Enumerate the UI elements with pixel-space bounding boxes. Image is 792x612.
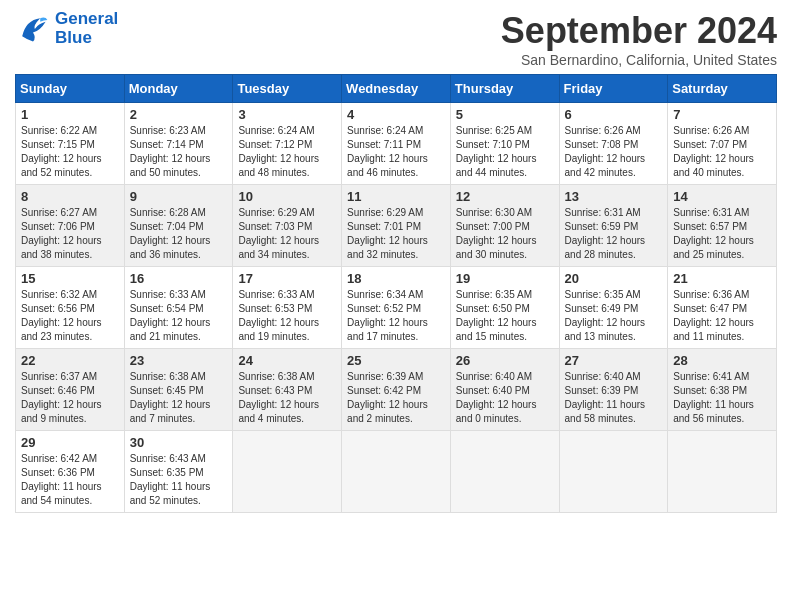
calendar-cell: 26Sunrise: 6:40 AMSunset: 6:40 PMDayligh…	[450, 349, 559, 431]
page-title: September 2024	[501, 10, 777, 52]
day-info: Sunrise: 6:35 AMSunset: 6:50 PMDaylight:…	[456, 288, 554, 344]
calendar-table: SundayMondayTuesdayWednesdayThursdayFrid…	[15, 74, 777, 513]
day-number: 9	[130, 189, 228, 204]
calendar-cell: 16Sunrise: 6:33 AMSunset: 6:54 PMDayligh…	[124, 267, 233, 349]
calendar-cell: 19Sunrise: 6:35 AMSunset: 6:50 PMDayligh…	[450, 267, 559, 349]
day-info: Sunrise: 6:29 AMSunset: 7:01 PMDaylight:…	[347, 206, 445, 262]
header: General Blue September 2024 San Bernardi…	[15, 10, 777, 68]
day-info: Sunrise: 6:25 AMSunset: 7:10 PMDaylight:…	[456, 124, 554, 180]
calendar-week-row: 1Sunrise: 6:22 AMSunset: 7:15 PMDaylight…	[16, 103, 777, 185]
weekday-header: Thursday	[450, 75, 559, 103]
day-number: 23	[130, 353, 228, 368]
day-info: Sunrise: 6:26 AMSunset: 7:07 PMDaylight:…	[673, 124, 771, 180]
day-info: Sunrise: 6:43 AMSunset: 6:35 PMDaylight:…	[130, 452, 228, 508]
day-number: 18	[347, 271, 445, 286]
day-info: Sunrise: 6:36 AMSunset: 6:47 PMDaylight:…	[673, 288, 771, 344]
day-info: Sunrise: 6:39 AMSunset: 6:42 PMDaylight:…	[347, 370, 445, 426]
day-info: Sunrise: 6:37 AMSunset: 6:46 PMDaylight:…	[21, 370, 119, 426]
day-number: 27	[565, 353, 663, 368]
day-number: 21	[673, 271, 771, 286]
day-number: 28	[673, 353, 771, 368]
day-number: 22	[21, 353, 119, 368]
day-info: Sunrise: 6:35 AMSunset: 6:49 PMDaylight:…	[565, 288, 663, 344]
day-number: 13	[565, 189, 663, 204]
calendar-cell: 1Sunrise: 6:22 AMSunset: 7:15 PMDaylight…	[16, 103, 125, 185]
day-number: 29	[21, 435, 119, 450]
calendar-week-row: 8Sunrise: 6:27 AMSunset: 7:06 PMDaylight…	[16, 185, 777, 267]
day-info: Sunrise: 6:28 AMSunset: 7:04 PMDaylight:…	[130, 206, 228, 262]
calendar-cell: 5Sunrise: 6:25 AMSunset: 7:10 PMDaylight…	[450, 103, 559, 185]
calendar-cell: 29Sunrise: 6:42 AMSunset: 6:36 PMDayligh…	[16, 431, 125, 513]
day-info: Sunrise: 6:40 AMSunset: 6:40 PMDaylight:…	[456, 370, 554, 426]
calendar-cell: 14Sunrise: 6:31 AMSunset: 6:57 PMDayligh…	[668, 185, 777, 267]
calendar-week-row: 29Sunrise: 6:42 AMSunset: 6:36 PMDayligh…	[16, 431, 777, 513]
day-info: Sunrise: 6:41 AMSunset: 6:38 PMDaylight:…	[673, 370, 771, 426]
calendar-cell: 6Sunrise: 6:26 AMSunset: 7:08 PMDaylight…	[559, 103, 668, 185]
day-number: 7	[673, 107, 771, 122]
weekday-header: Wednesday	[342, 75, 451, 103]
day-number: 15	[21, 271, 119, 286]
calendar-cell: 2Sunrise: 6:23 AMSunset: 7:14 PMDaylight…	[124, 103, 233, 185]
day-info: Sunrise: 6:22 AMSunset: 7:15 PMDaylight:…	[21, 124, 119, 180]
day-number: 10	[238, 189, 336, 204]
day-info: Sunrise: 6:31 AMSunset: 6:59 PMDaylight:…	[565, 206, 663, 262]
calendar-cell: 25Sunrise: 6:39 AMSunset: 6:42 PMDayligh…	[342, 349, 451, 431]
calendar-cell: 22Sunrise: 6:37 AMSunset: 6:46 PMDayligh…	[16, 349, 125, 431]
calendar-cell: 28Sunrise: 6:41 AMSunset: 6:38 PMDayligh…	[668, 349, 777, 431]
calendar-cell: 13Sunrise: 6:31 AMSunset: 6:59 PMDayligh…	[559, 185, 668, 267]
day-number: 19	[456, 271, 554, 286]
day-number: 6	[565, 107, 663, 122]
day-info: Sunrise: 6:33 AMSunset: 6:54 PMDaylight:…	[130, 288, 228, 344]
page-subtitle: San Bernardino, California, United State…	[501, 52, 777, 68]
day-info: Sunrise: 6:40 AMSunset: 6:39 PMDaylight:…	[565, 370, 663, 426]
title-area: September 2024 San Bernardino, Californi…	[501, 10, 777, 68]
calendar-cell: 9Sunrise: 6:28 AMSunset: 7:04 PMDaylight…	[124, 185, 233, 267]
calendar-cell: 4Sunrise: 6:24 AMSunset: 7:11 PMDaylight…	[342, 103, 451, 185]
calendar-cell: 27Sunrise: 6:40 AMSunset: 6:39 PMDayligh…	[559, 349, 668, 431]
calendar-week-row: 15Sunrise: 6:32 AMSunset: 6:56 PMDayligh…	[16, 267, 777, 349]
logo: General Blue	[15, 10, 118, 47]
day-number: 25	[347, 353, 445, 368]
day-number: 3	[238, 107, 336, 122]
calendar-cell: 12Sunrise: 6:30 AMSunset: 7:00 PMDayligh…	[450, 185, 559, 267]
day-number: 5	[456, 107, 554, 122]
day-info: Sunrise: 6:34 AMSunset: 6:52 PMDaylight:…	[347, 288, 445, 344]
day-number: 1	[21, 107, 119, 122]
weekday-header: Tuesday	[233, 75, 342, 103]
calendar-cell: 7Sunrise: 6:26 AMSunset: 7:07 PMDaylight…	[668, 103, 777, 185]
day-info: Sunrise: 6:26 AMSunset: 7:08 PMDaylight:…	[565, 124, 663, 180]
weekday-header: Sunday	[16, 75, 125, 103]
day-info: Sunrise: 6:38 AMSunset: 6:45 PMDaylight:…	[130, 370, 228, 426]
calendar-cell	[559, 431, 668, 513]
day-number: 30	[130, 435, 228, 450]
logo-text: General Blue	[55, 10, 118, 47]
day-number: 11	[347, 189, 445, 204]
calendar-cell	[450, 431, 559, 513]
calendar-cell: 8Sunrise: 6:27 AMSunset: 7:06 PMDaylight…	[16, 185, 125, 267]
weekday-header: Saturday	[668, 75, 777, 103]
day-number: 26	[456, 353, 554, 368]
day-number: 16	[130, 271, 228, 286]
calendar-cell: 3Sunrise: 6:24 AMSunset: 7:12 PMDaylight…	[233, 103, 342, 185]
calendar-cell: 17Sunrise: 6:33 AMSunset: 6:53 PMDayligh…	[233, 267, 342, 349]
day-info: Sunrise: 6:42 AMSunset: 6:36 PMDaylight:…	[21, 452, 119, 508]
calendar-cell	[233, 431, 342, 513]
calendar-cell: 18Sunrise: 6:34 AMSunset: 6:52 PMDayligh…	[342, 267, 451, 349]
day-info: Sunrise: 6:27 AMSunset: 7:06 PMDaylight:…	[21, 206, 119, 262]
day-info: Sunrise: 6:33 AMSunset: 6:53 PMDaylight:…	[238, 288, 336, 344]
day-info: Sunrise: 6:30 AMSunset: 7:00 PMDaylight:…	[456, 206, 554, 262]
calendar-cell: 21Sunrise: 6:36 AMSunset: 6:47 PMDayligh…	[668, 267, 777, 349]
day-number: 8	[21, 189, 119, 204]
calendar-cell: 10Sunrise: 6:29 AMSunset: 7:03 PMDayligh…	[233, 185, 342, 267]
day-number: 24	[238, 353, 336, 368]
weekday-header-row: SundayMondayTuesdayWednesdayThursdayFrid…	[16, 75, 777, 103]
calendar-cell: 23Sunrise: 6:38 AMSunset: 6:45 PMDayligh…	[124, 349, 233, 431]
day-info: Sunrise: 6:24 AMSunset: 7:12 PMDaylight:…	[238, 124, 336, 180]
weekday-header: Monday	[124, 75, 233, 103]
day-number: 20	[565, 271, 663, 286]
day-number: 12	[456, 189, 554, 204]
day-info: Sunrise: 6:38 AMSunset: 6:43 PMDaylight:…	[238, 370, 336, 426]
calendar-cell: 24Sunrise: 6:38 AMSunset: 6:43 PMDayligh…	[233, 349, 342, 431]
day-info: Sunrise: 6:32 AMSunset: 6:56 PMDaylight:…	[21, 288, 119, 344]
calendar-cell: 11Sunrise: 6:29 AMSunset: 7:01 PMDayligh…	[342, 185, 451, 267]
